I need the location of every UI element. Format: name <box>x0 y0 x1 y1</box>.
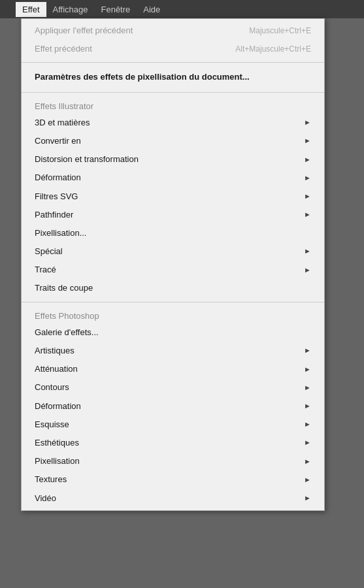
attenuation-label: Atténuation <box>35 363 304 375</box>
special-item[interactable]: Spécial ► <box>22 242 324 261</box>
esquisse-arrow: ► <box>304 419 311 429</box>
photoshop-effects-header-label: Effets Photoshop <box>35 310 99 322</box>
menu-bar: Effet Affichage Fenêtre Aide <box>0 0 364 18</box>
recent-effects-section: Appliquer l'effet précédent Majuscule+Ct… <box>22 19 324 61</box>
3d-matieres-arrow: ► <box>304 118 311 127</box>
contours-label: Contours <box>35 382 304 393</box>
esquisse-item[interactable]: Esquisse ► <box>22 416 324 434</box>
traits-coupe-label: Traits de coupe <box>35 282 311 294</box>
menu-bar-item-fenetre[interactable]: Fenêtre <box>94 2 137 17</box>
menu-bar-item-effet[interactable]: Effet <box>16 2 46 17</box>
distorsion-arrow: ► <box>304 155 311 165</box>
attenuation-item[interactable]: Atténuation ► <box>22 360 324 378</box>
divider-1 <box>22 62 324 63</box>
apply-previous-label: Appliquer l'effet précédent <box>35 25 249 37</box>
illustrator-effects-section: Effets Illustrator 3D et matières ► Conv… <box>22 94 324 301</box>
filtres-svg-arrow: ► <box>304 191 311 201</box>
esthetiques-label: Esthétiques <box>35 437 304 449</box>
3d-matieres-label: 3D et matières <box>35 117 304 129</box>
effet-dropdown-menu: Appliquer l'effet précédent Majuscule+Ct… <box>21 18 325 511</box>
pixellisation-label: Pixellisation... <box>35 227 311 239</box>
illustrator-effects-header-label: Effets Illustrator <box>35 101 93 112</box>
deformation-ps-label: Déformation <box>35 400 304 412</box>
pixellisation-params-item[interactable]: Paramètres des effets de pixellisation d… <box>22 67 324 88</box>
distorsion-item[interactable]: Distorsion et transformation ► <box>22 150 324 169</box>
deformation-ps-arrow: ► <box>304 401 311 411</box>
artistiques-arrow: ► <box>304 346 311 355</box>
distorsion-label: Distorsion et transformation <box>35 154 304 165</box>
video-label: Vidéo <box>35 493 304 504</box>
textures-item[interactable]: Textures ► <box>22 470 324 489</box>
convertir-en-arrow: ► <box>304 136 311 146</box>
galerie-effets-label: Galerie d'effets... <box>35 327 311 338</box>
photoshop-effects-section: Effets Photoshop Galerie d'effets... Art… <box>22 304 324 510</box>
deformation-ill-arrow: ► <box>304 173 311 183</box>
apply-previous-effect-item[interactable]: Appliquer l'effet précédent Majuscule+Ct… <box>22 22 324 40</box>
video-arrow: ► <box>304 493 311 503</box>
pixellisation-ps-item[interactable]: Pixellisation ► <box>22 452 324 470</box>
pixellisation-ps-arrow: ► <box>304 457 311 466</box>
convertir-en-label: Convertir en <box>35 135 304 147</box>
contours-arrow: ► <box>304 383 311 393</box>
special-label: Spécial <box>35 246 304 257</box>
pixellisation-params-label: Paramètres des effets de pixellisation d… <box>35 71 311 83</box>
previous-effect-label: Effet précédent <box>35 43 235 55</box>
previous-effect-item[interactable]: Effet précédent Alt+Majuscule+Ctrl+E <box>22 40 324 58</box>
attenuation-arrow: ► <box>304 365 311 374</box>
deformation-ill-item[interactable]: Déformation ► <box>22 169 324 187</box>
menu-bar-item-aide[interactable]: Aide <box>137 2 167 17</box>
illustrator-effects-header: Effets Illustrator <box>22 97 324 114</box>
artistiques-item[interactable]: Artistiques ► <box>22 342 324 360</box>
trace-label: Tracé <box>35 264 304 276</box>
deformation-ill-label: Déformation <box>35 172 304 184</box>
deformation-ps-item[interactable]: Déformation ► <box>22 397 324 416</box>
pathfinder-arrow: ► <box>304 210 311 220</box>
galerie-effets-item[interactable]: Galerie d'effets... <box>22 323 324 342</box>
trace-item[interactable]: Tracé ► <box>22 261 324 279</box>
menu-bar-item-fichier[interactable] <box>3 7 16 12</box>
filtres-svg-item[interactable]: Filtres SVG ► <box>22 188 324 206</box>
filtres-svg-label: Filtres SVG <box>35 191 304 203</box>
pathfinder-item[interactable]: Pathfinder ► <box>22 206 324 224</box>
artistiques-label: Artistiques <box>35 345 304 357</box>
textures-label: Textures <box>35 474 304 485</box>
previous-effect-shortcut: Alt+Majuscule+Ctrl+E <box>235 44 311 55</box>
esquisse-label: Esquisse <box>35 419 304 431</box>
esthetiques-arrow: ► <box>304 438 311 448</box>
pixellisation-item[interactable]: Pixellisation... <box>22 224 324 242</box>
pixellisation-ps-label: Pixellisation <box>35 455 304 467</box>
apply-previous-shortcut: Majuscule+Ctrl+E <box>249 25 311 37</box>
menu-bar-item-affichage[interactable]: Affichage <box>46 2 95 17</box>
divider-3 <box>22 302 324 302</box>
contours-item[interactable]: Contours ► <box>22 378 324 397</box>
pixellisation-params-section: Paramètres des effets de pixellisation d… <box>22 64 324 90</box>
trace-arrow: ► <box>304 265 311 275</box>
pathfinder-label: Pathfinder <box>35 209 304 221</box>
special-arrow: ► <box>304 246 311 256</box>
video-item[interactable]: Vidéo ► <box>22 489 324 508</box>
traits-coupe-item[interactable]: Traits de coupe <box>22 279 324 297</box>
divider-2 <box>22 92 324 93</box>
convertir-en-item[interactable]: Convertir en ► <box>22 132 324 150</box>
esthetiques-item[interactable]: Esthétiques ► <box>22 434 324 452</box>
photoshop-effects-header: Effets Photoshop <box>22 306 324 323</box>
3d-matieres-item[interactable]: 3D et matières ► <box>22 114 324 132</box>
textures-arrow: ► <box>304 475 311 485</box>
